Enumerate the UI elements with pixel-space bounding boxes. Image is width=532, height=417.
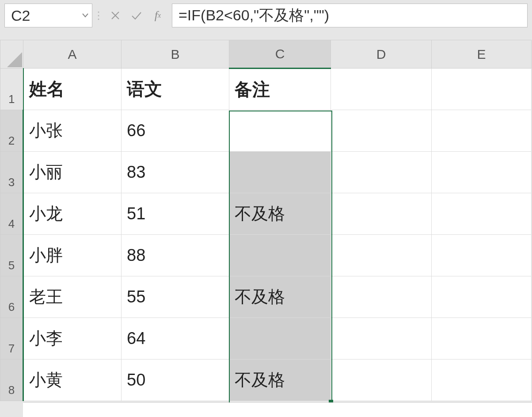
cell-D8[interactable] xyxy=(331,360,432,401)
cell-E8[interactable] xyxy=(432,360,532,401)
row-header-1[interactable]: 1 xyxy=(0,69,23,110)
separator: ⋮ xyxy=(96,4,101,27)
name-box[interactable]: C2 xyxy=(4,4,92,27)
row-header-6[interactable]: 6 xyxy=(0,276,23,318)
chevron-down-icon[interactable] xyxy=(82,13,88,18)
cell-C7[interactable] xyxy=(229,318,331,360)
cell-E1[interactable] xyxy=(432,69,532,110)
cell-D2[interactable] xyxy=(331,110,432,152)
table-row: 7 小李 64 xyxy=(0,318,532,360)
cell-B7[interactable]: 64 xyxy=(122,318,229,360)
formula-text: =IF(B2<60,"不及格","") xyxy=(179,5,329,26)
cell-D1[interactable] xyxy=(331,69,432,110)
cell-C3[interactable] xyxy=(229,152,331,193)
col-header-E[interactable]: E xyxy=(432,40,532,69)
row-header-4[interactable]: 4 xyxy=(0,193,23,235)
table-row: 8 小黄 50 不及格 xyxy=(0,360,532,401)
cell-B1[interactable]: 语文 xyxy=(122,69,229,110)
cell-A4[interactable]: 小龙 xyxy=(23,193,122,235)
table-row: 1 姓名 语文 备注 xyxy=(0,69,532,110)
blank-cells[interactable] xyxy=(23,402,532,417)
cell-E3[interactable] xyxy=(432,152,532,193)
cancel-icon[interactable] xyxy=(105,4,126,27)
cell-E5[interactable] xyxy=(432,235,532,276)
col-header-A[interactable]: A xyxy=(23,40,122,69)
fx-icon[interactable]: fx xyxy=(147,4,168,27)
cell-D6[interactable] xyxy=(331,276,432,318)
cell-B5[interactable]: 88 xyxy=(122,235,229,276)
cell-C4[interactable]: 不及格 xyxy=(229,193,331,235)
cell-A2[interactable]: 小张 xyxy=(23,110,122,152)
cell-D7[interactable] xyxy=(331,318,432,360)
cell-C5[interactable] xyxy=(229,235,331,276)
grid-table: A B C D E 1 姓名 语文 备注 2 小张 66 3 小丽 xyxy=(0,40,532,401)
cell-B2[interactable]: 66 xyxy=(122,110,229,152)
cell-A3[interactable]: 小丽 xyxy=(23,152,122,193)
column-header-row: A B C D E xyxy=(0,40,532,69)
cell-A8[interactable]: 小黄 xyxy=(23,360,122,401)
row-header-8[interactable]: 8 xyxy=(0,360,23,401)
cell-E7[interactable] xyxy=(432,318,532,360)
col-header-C[interactable]: C xyxy=(229,40,331,69)
cell-E4[interactable] xyxy=(432,193,532,235)
cell-D5[interactable] xyxy=(331,235,432,276)
select-all-corner[interactable] xyxy=(0,40,23,69)
cell-E2[interactable] xyxy=(432,110,532,152)
cell-B6[interactable]: 55 xyxy=(122,276,229,318)
col-header-B[interactable]: B xyxy=(122,40,229,69)
row-header-2[interactable]: 2 xyxy=(0,110,23,152)
cell-D3[interactable] xyxy=(331,152,432,193)
table-row: 2 小张 66 xyxy=(0,110,532,152)
enter-icon[interactable] xyxy=(126,4,147,27)
cell-C2[interactable] xyxy=(229,110,331,152)
col-header-D[interactable]: D xyxy=(331,40,432,69)
row-header-7[interactable]: 7 xyxy=(0,318,23,360)
cell-A7[interactable]: 小李 xyxy=(23,318,122,360)
cell-A1[interactable]: 姓名 xyxy=(23,69,122,110)
table-row: 5 小胖 88 xyxy=(0,235,532,276)
cell-A5[interactable]: 小胖 xyxy=(23,235,122,276)
formula-input[interactable]: =IF(B2<60,"不及格","") xyxy=(172,4,528,27)
cell-D4[interactable] xyxy=(331,193,432,235)
spreadsheet-grid: A B C D E 1 姓名 语文 备注 2 小张 66 3 小丽 xyxy=(0,40,532,417)
cell-B8[interactable]: 50 xyxy=(122,360,229,401)
cell-E6[interactable] xyxy=(432,276,532,318)
cell-C8[interactable]: 不及格 xyxy=(229,360,331,401)
cell-A6[interactable]: 老王 xyxy=(23,276,122,318)
cell-C1[interactable]: 备注 xyxy=(229,69,331,110)
formula-bar: C2 ⋮ fx =IF(B2<60,"不及格","") xyxy=(0,0,532,31)
cell-C6[interactable]: 不及格 xyxy=(229,276,331,318)
cell-B4[interactable]: 51 xyxy=(122,193,229,235)
row-header-3[interactable]: 3 xyxy=(0,152,23,193)
table-row: 6 老王 55 不及格 xyxy=(0,276,532,318)
cell-B3[interactable]: 83 xyxy=(122,152,229,193)
name-box-value: C2 xyxy=(11,7,30,24)
row-header-5[interactable]: 5 xyxy=(0,235,23,276)
table-row: 3 小丽 83 xyxy=(0,152,532,193)
table-row: 4 小龙 51 不及格 xyxy=(0,193,532,235)
